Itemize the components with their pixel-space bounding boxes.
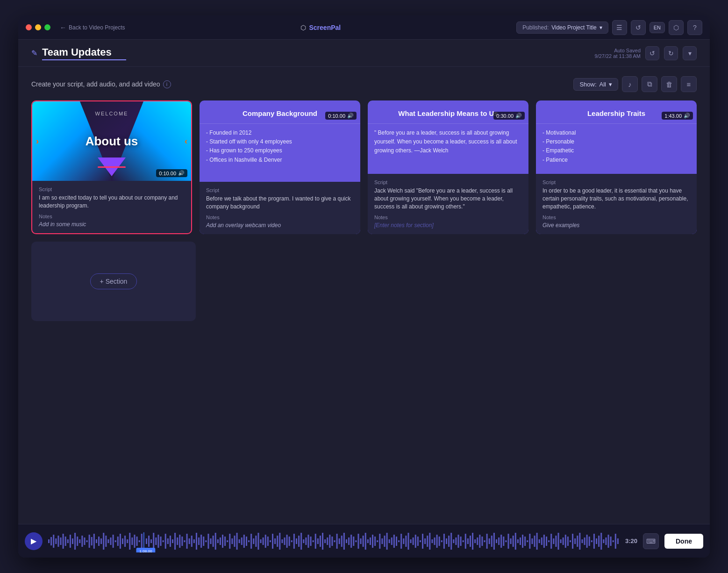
card-1-script-label: Script: [39, 186, 185, 192]
svg-rect-82: [243, 535, 245, 548]
svg-rect-81: [241, 537, 243, 545]
copy-icon-btn[interactable]: ⧉: [642, 76, 657, 92]
back-to-projects-button[interactable]: ← Back to Video Projects: [60, 24, 125, 31]
music-icon-btn[interactable]: ♪: [622, 76, 638, 92]
svg-rect-30: [120, 534, 121, 549]
svg-rect-48: [163, 540, 164, 542]
svg-rect-107: [303, 539, 304, 543]
svg-rect-173: [460, 537, 462, 546]
svg-rect-201: [527, 540, 528, 542]
waveform-container[interactable]: // Will be rendered as inline bars via J…: [48, 530, 620, 552]
card-2-company[interactable]: Company Background 0:10.00 🔊 - Founded i…: [200, 100, 360, 234]
fullscreen-button[interactable]: [44, 24, 50, 30]
card-1-body: Script I am so excited today to tell you…: [32, 181, 191, 233]
svg-rect-49: [165, 534, 166, 549]
card-4-traits[interactable]: Leadership Traits 1:43.00 🔊 - Motivation…: [536, 100, 697, 234]
svg-rect-11: [74, 533, 76, 550]
autosave-area: Auto Saved 9/27/22 at 11:38 AM ↺ ↻ ▾: [595, 46, 697, 60]
card-4-script-text[interactable]: In order to be a good leader, it is esse…: [542, 187, 690, 210]
card-3-notes-placeholder[interactable]: [Enter notes for section]: [374, 222, 522, 229]
svg-rect-159: [427, 536, 428, 547]
svg-rect-55: [179, 535, 180, 548]
svg-rect-175: [465, 534, 466, 549]
svg-rect-164: [439, 537, 440, 546]
create-hint-text: Create your script, add audio, and add v…: [31, 80, 160, 88]
publish-button[interactable]: Published: Video Project Title ▾: [516, 21, 608, 34]
svg-rect-134: [367, 539, 369, 543]
history-icon-btn[interactable]: ↺: [631, 20, 646, 35]
svg-rect-106: [300, 533, 302, 550]
delete-icon-btn[interactable]: 🗑: [661, 76, 677, 92]
svg-rect-227: [589, 537, 590, 546]
svg-rect-96: [277, 536, 278, 547]
svg-rect-10: [72, 538, 73, 544]
svg-rect-92: [267, 537, 269, 546]
svg-rect-162: [434, 537, 435, 545]
language-button[interactable]: EN: [649, 22, 665, 33]
svg-rect-15: [84, 537, 85, 545]
svg-rect-196: [515, 533, 516, 550]
project-title[interactable]: Team Updates: [42, 46, 126, 58]
svg-rect-239: [617, 538, 619, 544]
svg-rect-58: [186, 534, 188, 549]
svg-rect-235: [607, 535, 609, 548]
more-options-button[interactable]: ▾: [683, 46, 697, 60]
svg-rect-232: [600, 533, 602, 550]
card-4-notes-text[interactable]: Give examples: [542, 222, 690, 229]
svg-rect-225: [584, 537, 585, 545]
published-label: Published:: [522, 24, 549, 31]
card-2-notes-label: Notes: [206, 215, 354, 220]
svg-rect-14: [81, 536, 83, 547]
help-icon-btn[interactable]: ?: [687, 20, 702, 35]
svg-rect-87: [255, 536, 257, 547]
card-1-script-text[interactable]: I am so excited today to tell you about …: [39, 194, 185, 210]
svg-rect-155: [417, 537, 419, 546]
svg-rect-44: [153, 533, 154, 550]
svg-rect-60: [191, 536, 193, 547]
close-button[interactable]: [26, 24, 32, 30]
svg-rect-104: [296, 538, 297, 544]
svg-rect-153: [413, 537, 414, 545]
svg-rect-230: [596, 538, 597, 544]
card-2-notes-text[interactable]: Add an overlay webcam video: [206, 222, 354, 229]
svg-rect-111: [313, 540, 314, 542]
card-3-script-text[interactable]: Jack Welch said "Before you are a leader…: [374, 187, 522, 210]
svg-rect-65: [203, 537, 204, 546]
add-section-button[interactable]: + Section: [90, 273, 137, 289]
layers-icon-btn[interactable]: ⬡: [669, 20, 684, 35]
redo-button[interactable]: ↻: [664, 46, 678, 60]
minimize-button[interactable]: [35, 24, 41, 30]
svg-rect-142: [386, 533, 388, 550]
card-2-script-text[interactable]: Before we talk about the program. I want…: [206, 195, 354, 211]
menu-icon-btn[interactable]: ☰: [612, 20, 627, 35]
card-1-video[interactable]: WELCOME About us › ‹ 0:10.00 🔊 Script I …: [31, 100, 192, 234]
svg-rect-9: [70, 535, 71, 548]
svg-rect-224: [581, 539, 583, 543]
nav-left-arrow[interactable]: ›: [36, 136, 39, 146]
show-filter-dropdown[interactable]: Show: All ▾: [573, 78, 618, 91]
transcript-button[interactable]: ⌨: [643, 533, 659, 549]
list-view-icon-btn[interactable]: ≡: [681, 76, 697, 92]
svg-rect-113: [317, 538, 319, 544]
nav-right-arrow[interactable]: ‹: [185, 136, 187, 146]
svg-rect-208: [543, 535, 545, 548]
svg-rect-133: [365, 533, 366, 550]
info-icon[interactable]: i: [163, 80, 171, 88]
svg-rect-119: [331, 537, 333, 546]
svg-rect-124: [343, 533, 345, 550]
svg-rect-195: [513, 536, 514, 547]
svg-rect-150: [405, 536, 407, 547]
svg-rect-75: [227, 540, 228, 542]
card-1-notes-text[interactable]: Add in some music: [39, 221, 185, 228]
done-button[interactable]: Done: [664, 534, 703, 549]
svg-rect-198: [520, 537, 521, 545]
svg-rect-70: [215, 533, 216, 550]
undo-button[interactable]: ↺: [645, 46, 659, 60]
svg-rect-50: [167, 538, 169, 544]
play-button[interactable]: ▶: [25, 532, 43, 550]
edit-icon[interactable]: ✎: [31, 49, 37, 57]
card-3-leadership[interactable]: What Leadership Means to Us 0:30.00 🔊 " …: [368, 100, 528, 234]
svg-rect-19: [93, 534, 95, 549]
svg-rect-139: [379, 534, 380, 549]
svg-rect-147: [398, 540, 400, 542]
